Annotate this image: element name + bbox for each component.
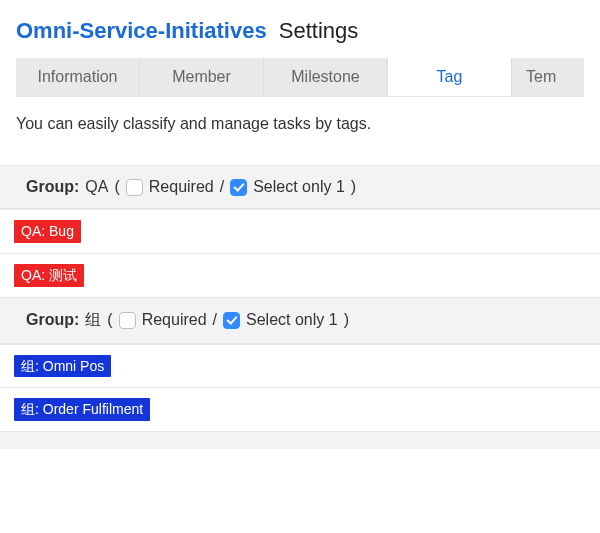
tab-member[interactable]: Member — [140, 58, 264, 96]
tag-item[interactable]: 组: Omni Pos — [14, 355, 111, 378]
required-checkbox[interactable] — [126, 179, 143, 196]
separator: / — [220, 178, 224, 196]
tag-row: QA: Bug — [0, 209, 600, 253]
tab-information[interactable]: Information — [16, 58, 140, 96]
group-header-zu: Group: 组 ( Required / Select only 1 ) — [0, 297, 600, 344]
separator: / — [213, 311, 217, 329]
tab-milestone[interactable]: Milestone — [264, 58, 388, 96]
group-name: QA — [85, 178, 108, 196]
required-checkbox[interactable] — [119, 312, 136, 329]
tag-item[interactable]: 组: Order Fulfilment — [14, 398, 150, 421]
tag-item[interactable]: QA: Bug — [14, 220, 81, 243]
required-label: Required — [149, 178, 214, 196]
select-only-1-checkbox[interactable] — [230, 179, 247, 196]
select-only-1-label: Select only 1 — [246, 311, 338, 329]
tag-row: 组: Order Fulfilment — [0, 387, 600, 431]
tabs: Information Member Milestone Tag Tem — [16, 58, 584, 97]
required-label: Required — [142, 311, 207, 329]
page-title: Settings — [279, 18, 359, 43]
group-label: Group: — [26, 311, 79, 329]
paren-open: ( — [114, 178, 119, 196]
tag-row: 组: Omni Pos — [0, 344, 600, 388]
tab-template[interactable]: Tem — [512, 58, 584, 96]
select-only-1-checkbox[interactable] — [223, 312, 240, 329]
group-header-qa: Group: QA ( Required / Select only 1 ) — [0, 165, 600, 209]
paren-close: ) — [344, 311, 349, 329]
paren-open: ( — [107, 311, 112, 329]
tag-item[interactable]: QA: 测试 — [14, 264, 84, 287]
group-name: 组 — [85, 310, 101, 331]
project-link[interactable]: Omni-Service-Initiatives — [16, 18, 267, 43]
tab-tag[interactable]: Tag — [388, 58, 512, 96]
select-only-1-label: Select only 1 — [253, 178, 345, 196]
footer-bar — [0, 431, 600, 449]
tag-description: You can easily classify and manage tasks… — [0, 97, 600, 165]
page-header: Omni-Service-Initiatives Settings — [0, 0, 600, 54]
group-label: Group: — [26, 178, 79, 196]
paren-close: ) — [351, 178, 356, 196]
tag-row: QA: 测试 — [0, 253, 600, 297]
